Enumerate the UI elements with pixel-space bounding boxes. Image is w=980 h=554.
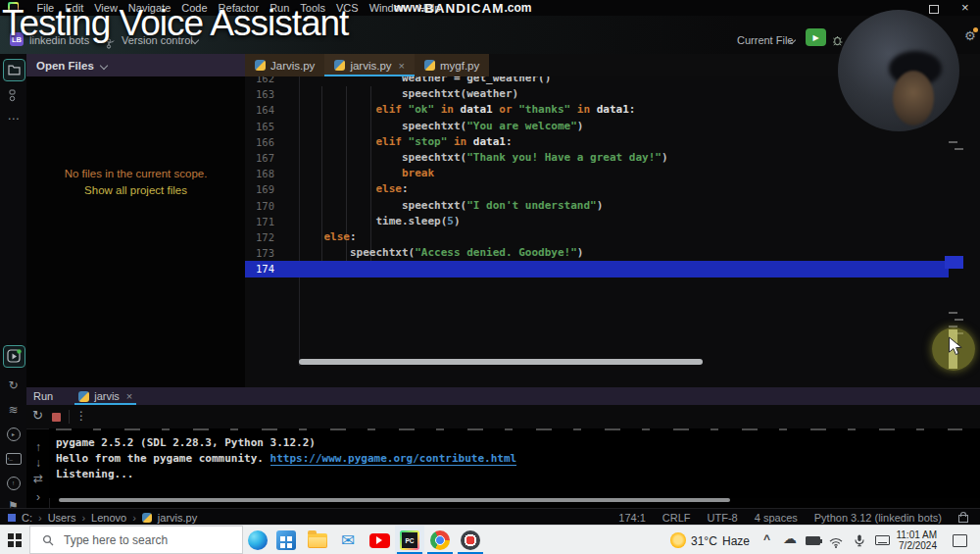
taskbar-pycharm[interactable]: PC xyxy=(395,526,424,554)
status-4-spaces[interactable]: 4 spaces xyxy=(755,512,798,524)
status-crlf[interactable]: CRLF xyxy=(662,512,691,524)
taskbar-chrome[interactable] xyxy=(425,526,455,554)
tray-expand-icon[interactable]: ^ xyxy=(763,532,770,546)
taskbar-mail[interactable]: ✉ xyxy=(333,526,363,554)
breadcrumb-item[interactable]: jarvis.py xyxy=(158,512,197,524)
code-line[interactable]: speechtxt(weather) xyxy=(298,86,518,102)
more-options-icon[interactable]: ⋮ xyxy=(75,409,87,423)
marker-tick xyxy=(955,319,963,321)
indent xyxy=(298,182,375,195)
code-line[interactable]: speechtxt("Thank you! Have a great day!"… xyxy=(298,150,668,166)
taskbar-bandicam[interactable] xyxy=(456,526,485,554)
onedrive-cloud-icon[interactable]: ☁ xyxy=(783,530,797,546)
show-all-files-link[interactable]: Show all project files xyxy=(26,184,245,196)
scroll-up-icon[interactable]: ↑ xyxy=(31,441,45,453)
taskbar-store[interactable] xyxy=(271,526,301,554)
settings-gear-icon[interactable]: ⚙ xyxy=(964,29,976,43)
rerun-icon[interactable]: ↻ xyxy=(32,408,43,423)
code-line[interactable]: speechtxt("I don't understand") xyxy=(298,198,603,214)
clock-time: 11:01 AM xyxy=(894,529,937,540)
line-number: 164 xyxy=(245,102,274,118)
line-number: 173 xyxy=(245,245,274,261)
code-token: data1 xyxy=(461,103,493,116)
console-output[interactable]: pygame 2.5.2 (SDL 2.28.3, Python 3.12.2)… xyxy=(49,428,980,498)
code-line[interactable]: else: xyxy=(298,181,409,197)
editor-tab-Jarvis.py[interactable]: Jarvis.py xyxy=(245,54,324,76)
touch-keyboard-icon[interactable] xyxy=(875,535,890,545)
action-center-icon[interactable] xyxy=(953,534,967,547)
bandicam-icon xyxy=(461,530,480,550)
code-token: "Access denied. Goodbye!" xyxy=(415,246,577,259)
battery-icon[interactable] xyxy=(806,536,820,545)
editor-horizontal-scrollbar[interactable] xyxy=(299,359,703,365)
scroll-down-icon[interactable]: ↓ xyxy=(31,457,45,469)
run-tab-jarvis[interactable]: jarvis × xyxy=(74,387,136,405)
watermark-suffix: .com xyxy=(504,1,531,15)
console-horizontal-scrollbar[interactable] xyxy=(59,498,730,502)
console-text: Hello from the pygame community. xyxy=(56,452,270,465)
code-line[interactable]: else: xyxy=(298,229,357,245)
breadcrumb-item[interactable]: Users xyxy=(48,512,76,524)
commit-tool-button[interactable] xyxy=(3,85,24,106)
taskbar-edge[interactable] xyxy=(243,526,272,554)
services-button[interactable]: ≋ xyxy=(3,399,24,420)
python-icon xyxy=(142,513,152,523)
code-line[interactable]: break xyxy=(298,166,434,181)
terminal-button[interactable]: ›_ xyxy=(3,448,24,469)
tray-clock[interactable]: 11:01 AM 7/2/2024 xyxy=(894,529,937,551)
problems-button[interactable]: ! xyxy=(3,473,24,493)
status-utf-8[interactable]: UTF-8 xyxy=(708,512,738,524)
breadcrumb-item[interactable]: Lenovo xyxy=(91,512,126,524)
code-token: in xyxy=(434,103,461,116)
run-button[interactable]: ▶ xyxy=(806,28,826,46)
indent xyxy=(298,199,402,212)
status-python-3-12-linkedin-bots-[interactable]: Python 3.12 (linkedin bots) xyxy=(814,512,942,524)
caret-line-highlight xyxy=(245,261,949,277)
weather-condition[interactable]: Haze xyxy=(722,534,750,548)
breadcrumb-item[interactable]: C: xyxy=(22,512,32,524)
run-configuration-selector[interactable]: Current File xyxy=(737,34,793,46)
code-line[interactable]: time.sleep(5) xyxy=(298,214,461,229)
temperature[interactable]: 31°C xyxy=(691,534,717,548)
editor-tab-jarvis.py[interactable]: jarvis.py× xyxy=(324,54,415,76)
code-line[interactable]: elif "stop" in data1: xyxy=(298,134,513,150)
more-tools-button[interactable]: ⋯ xyxy=(3,108,24,128)
status-174-1[interactable]: 174:1 xyxy=(618,512,646,524)
console-link[interactable]: https://www.pygame.org/contribute.html xyxy=(270,452,517,466)
line-number: 168 xyxy=(245,166,274,181)
close-window-button[interactable]: × xyxy=(961,0,969,16)
line-number: 171 xyxy=(245,214,274,229)
start-button[interactable] xyxy=(0,526,29,554)
wifi-icon[interactable] xyxy=(829,534,843,552)
stop-icon[interactable] xyxy=(52,413,61,422)
code-line[interactable]: speechtxt("Access denied. Goodbye!") xyxy=(298,245,583,261)
scroll-to-end-icon[interactable]: › xyxy=(31,491,45,503)
weather-sun-icon[interactable] xyxy=(670,532,686,548)
code-line[interactable]: elif "ok" in data1 or "thanks" in data1: xyxy=(298,102,635,118)
editor-tab-mygf.py[interactable]: mygf.py xyxy=(415,54,489,76)
microphone-icon[interactable] xyxy=(854,533,865,551)
taskbar-search[interactable] xyxy=(29,526,243,554)
lock-icon[interactable] xyxy=(958,515,968,523)
project-panel-header[interactable]: Open Files xyxy=(26,54,245,76)
run-tool-button[interactable] xyxy=(3,345,25,368)
soft-wrap-icon[interactable]: ⇄ xyxy=(31,473,45,484)
clipped-console-line xyxy=(56,428,962,430)
restore-window-button[interactable] xyxy=(929,5,939,14)
python-packages-button[interactable]: ↻ xyxy=(3,375,24,395)
close-tab-icon[interactable]: × xyxy=(399,60,405,72)
chevron-right-icon: › xyxy=(132,512,136,524)
search-input[interactable] xyxy=(62,532,232,548)
refresh-circle-icon: ↻ xyxy=(8,379,18,391)
project-tool-button[interactable] xyxy=(3,59,25,81)
close-tab-icon[interactable]: × xyxy=(126,390,132,402)
taskbar-youtube[interactable] xyxy=(365,526,394,554)
code-token: ) xyxy=(454,215,461,227)
code-line[interactable]: speechtxt("You are welcome") xyxy=(298,119,583,134)
taskbar-file-explorer[interactable] xyxy=(303,526,332,554)
run-tab-label: jarvis xyxy=(94,390,120,402)
python-icon xyxy=(255,60,266,71)
code-token: speechtxt( xyxy=(350,246,415,259)
code-token: speechtxt(weather) xyxy=(402,87,518,100)
run-anything-button[interactable]: ▸ xyxy=(3,424,24,444)
